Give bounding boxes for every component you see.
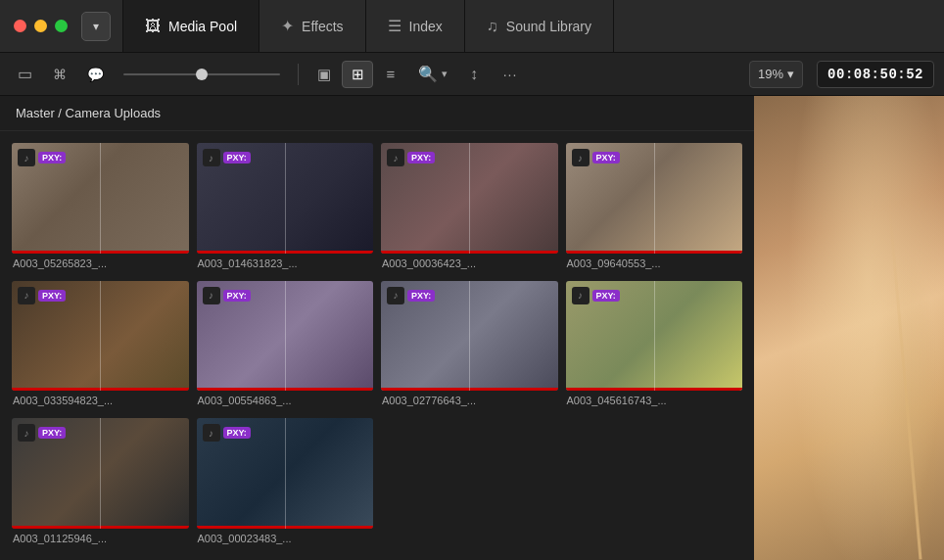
media-thumbnail: ♪ PXY:: [381, 143, 558, 254]
media-grid: ♪ PXY: A003_05265823_... ♪ PXY: A003_014…: [0, 131, 754, 560]
search-icon: 🔍: [418, 65, 438, 83]
notes-icon: 💬: [87, 67, 104, 82]
maximize-button[interactable]: [55, 20, 68, 32]
zoom-dropdown-icon: ▾: [787, 67, 794, 81]
music-icon: ♪: [18, 287, 35, 304]
media-item[interactable]: ♪ PXY: A003_05265823_...: [12, 143, 189, 273]
tab-index-label: Index: [409, 19, 443, 34]
main-content: Master / Camera Uploads ♪ PXY: A003_0526…: [0, 96, 944, 560]
media-thumbnail: ♪ PXY:: [197, 281, 374, 392]
media-item[interactable]: ♪ PXY: A003_033594823_...: [12, 281, 189, 411]
list-view-icon: ≡: [387, 66, 396, 82]
media-item[interactable]: ♪ PXY: A003_00023483_...: [197, 418, 374, 548]
media-name: A003_00023483_...: [197, 533, 374, 544]
pxy-badge: PXY:: [223, 290, 251, 302]
sort-icon: ↕: [470, 66, 478, 83]
panel-icon: ▭: [18, 65, 32, 83]
progress-bar: [197, 526, 374, 529]
media-pool-icon: 🖼: [145, 18, 161, 35]
tab-media-pool[interactable]: 🖼 Media Pool: [122, 0, 260, 52]
media-name: A003_09640553_...: [566, 257, 743, 269]
preview-panel: [754, 96, 944, 560]
media-thumbnail: ♪ PXY:: [381, 281, 558, 392]
progress-bar: [566, 388, 743, 391]
media-thumbnail: ♪ PXY:: [12, 281, 189, 392]
tab-index[interactable]: ☰ Index: [366, 0, 465, 52]
thumb-badge: ♪ PXY:: [387, 149, 435, 166]
media-item[interactable]: ♪ PXY: A003_01125946_...: [12, 418, 189, 548]
progress-bar: [12, 388, 189, 391]
effects-filter-button[interactable]: ⌘: [45, 61, 74, 88]
tab-sound-library-label: Sound Library: [506, 19, 591, 34]
view-mode-buttons: ▣ ⊞ ≡: [308, 61, 406, 88]
media-name: A003_02776643_...: [381, 395, 558, 406]
search-dropdown-icon: ▾: [442, 68, 448, 80]
timecode-display: 00:08:50:52: [817, 61, 934, 88]
notes-button[interactable]: 💬: [80, 61, 110, 88]
media-name: A003_01125946_...: [12, 533, 189, 544]
music-icon: ♪: [203, 149, 220, 166]
separator-1: [298, 64, 299, 85]
tab-sound-library[interactable]: ♫ Sound Library: [465, 0, 614, 52]
pxy-badge: PXY:: [407, 290, 435, 302]
media-item[interactable]: ♪ PXY: A003_09640553_...: [566, 143, 743, 273]
progress-bar: [381, 388, 558, 391]
dropdown-icon: ▾: [93, 20, 99, 33]
progress-bar: [12, 251, 189, 254]
search-button[interactable]: 🔍 ▾: [412, 65, 453, 83]
thumb-badge: ♪ PXY:: [18, 149, 66, 166]
more-options-button[interactable]: ···: [495, 61, 526, 88]
index-icon: ☰: [388, 17, 401, 35]
music-icon: ♪: [203, 424, 220, 442]
title-bar: ▾ 🖼 Media Pool ✦ Effects ☰ Index ♫ Sound…: [0, 0, 944, 53]
music-icon: ♪: [572, 287, 590, 304]
media-name: A003_045616743_...: [566, 395, 743, 406]
thumb-badge: ♪ PXY:: [203, 424, 251, 442]
media-name: A003_014631823_...: [197, 257, 374, 269]
music-icon: ♪: [203, 287, 220, 304]
thumb-badge: ♪ PXY:: [572, 287, 620, 304]
thumb-badge: ♪ PXY:: [572, 149, 620, 166]
grid-view-icon: ⊞: [352, 66, 364, 83]
zoom-level: 19%: [758, 67, 783, 81]
close-button[interactable]: [14, 20, 26, 32]
media-name: A003_00554863_...: [197, 395, 374, 406]
media-item[interactable]: ♪ PXY: A003_014631823_...: [197, 143, 374, 273]
nav-tabs: 🖼 Media Pool ✦ Effects ☰ Index ♫ Sound L…: [122, 0, 944, 52]
music-icon: ♪: [572, 149, 590, 166]
tab-effects[interactable]: ✦ Effects: [260, 0, 366, 52]
thumb-badge: ♪ PXY:: [18, 287, 66, 304]
sort-button[interactable]: ↕: [459, 61, 489, 88]
toolbar: ▭ ⌘ 💬 ▣ ⊞ ≡ 🔍 ▾ ↕ ··· 19% ▾ 00:0: [0, 53, 944, 96]
media-thumbnail: ♪ PXY:: [566, 143, 743, 254]
slider-track: [123, 73, 280, 75]
pxy-badge: PXY:: [38, 427, 66, 439]
media-name: A003_05265823_...: [12, 257, 189, 269]
zoom-slider[interactable]: [123, 73, 280, 75]
media-item[interactable]: ♪ PXY: A003_02776643_...: [381, 281, 558, 411]
progress-bar: [566, 251, 743, 254]
grid-view-button[interactable]: ⊞: [342, 61, 373, 88]
pxy-badge: PXY:: [38, 290, 66, 302]
media-name: A003_00036423_...: [381, 257, 558, 269]
thumb-badge: ♪ PXY:: [18, 424, 66, 442]
media-item[interactable]: ♪ PXY: A003_00554863_...: [197, 281, 374, 411]
tab-effects-label: Effects: [302, 19, 344, 34]
pxy-badge: PXY:: [223, 152, 251, 163]
list-view-button[interactable]: ≡: [375, 61, 406, 88]
media-item[interactable]: ♪ PXY: A003_045616743_...: [566, 281, 743, 411]
pxy-badge: PXY:: [592, 290, 620, 302]
thumbnail-view-button[interactable]: ▣: [308, 61, 340, 88]
zoom-control[interactable]: 19% ▾: [749, 61, 803, 88]
minimize-button[interactable]: [34, 20, 47, 32]
preview-image: [754, 96, 944, 560]
thumbnail-view-icon: ▣: [317, 66, 331, 83]
pxy-badge: PXY:: [223, 427, 251, 439]
media-item[interactable]: ♪ PXY: A003_00036423_...: [381, 143, 558, 273]
tab-media-pool-label: Media Pool: [168, 19, 237, 34]
media-name: A003_033594823_...: [12, 395, 189, 406]
workspace-dropdown[interactable]: ▾: [81, 12, 111, 41]
panel-toggle-button[interactable]: ▭: [10, 61, 39, 88]
music-icon: ♪: [18, 149, 35, 166]
pxy-badge: PXY:: [38, 152, 66, 163]
